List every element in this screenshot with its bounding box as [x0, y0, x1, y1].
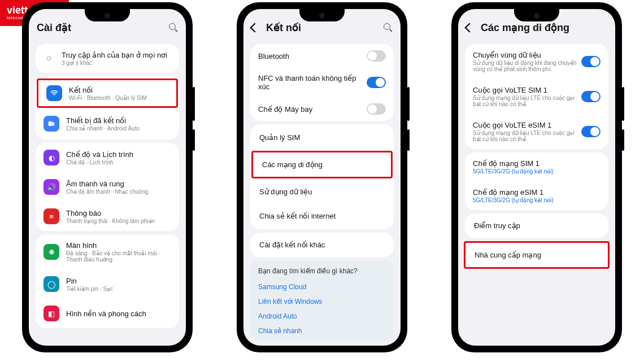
mode-row[interactable]: Chế độ mạng eSIM 15G/LTE/3G/2G (tự động …	[465, 181, 608, 210]
lightbulb-icon	[43, 53, 56, 65]
wifi-icon	[46, 85, 62, 101]
link-row[interactable]: Chia sẻ kết nối internet	[250, 204, 394, 228]
looking-for-title: Bạn đang tìm kiếm điều gì khác?	[258, 267, 386, 275]
sound-icon: 🔊	[43, 179, 59, 195]
highlight-box-2: Các mạng di động	[251, 151, 393, 178]
back-icon[interactable]	[250, 23, 260, 33]
display-icon: ✺	[43, 244, 59, 260]
mode-icon: ◐	[43, 150, 59, 165]
lookup-link[interactable]: Android Auto	[258, 309, 386, 324]
settings-row-connections[interactable]: Kết nối Wi-Fi · Bluetooth · Quản lý SIM	[38, 80, 176, 106]
toggle-row[interactable]: Chuyển vùng dữ liệuSử dụng dữ liệu di độ…	[465, 44, 608, 79]
toggle-row[interactable]: Bluetooth	[250, 44, 394, 68]
phone-frame-1: Cài đặt Truy cập ảnh của bạn ở mọi nơi 3…	[22, 2, 193, 352]
network-provider-row[interactable]: Nhà cung cấp mạng	[465, 243, 608, 267]
phone-frame-2: Kết nối BluetoothNFC và thanh toán không…	[237, 2, 407, 352]
other-settings-row[interactable]: Cài đặt kết nối khác	[250, 233, 394, 257]
toggle-switch[interactable]	[367, 77, 386, 88]
tip-card[interactable]: Truy cập ảnh của bạn ở mọi nơi 3 gợi ý k…	[36, 44, 179, 73]
header-title: Cài đặt	[37, 21, 169, 34]
toggle-switch[interactable]	[581, 91, 601, 102]
devices-icon	[43, 116, 59, 132]
toggle-switch[interactable]	[581, 56, 601, 67]
svg-rect-1	[51, 122, 54, 126]
toggle-switch[interactable]	[581, 126, 601, 137]
toggle-row[interactable]: Cuộc gọi VoLTE SIM 1Sử dụng mạng dữ liệu…	[465, 79, 608, 114]
lookup-link[interactable]: Samsung Cloud	[258, 280, 386, 294]
apn-row[interactable]: Điểm truy cập	[465, 213, 608, 238]
header-title: Kết nối	[266, 21, 384, 34]
notify-icon: ≡	[43, 208, 59, 224]
lookup-link[interactable]: Chia sẻ nhanh	[258, 324, 386, 338]
looking-for-section: Bạn đang tìm kiếm điều gì khác? Samsung …	[250, 260, 394, 341]
back-icon[interactable]	[465, 23, 475, 33]
search-icon[interactable]	[169, 23, 178, 32]
link-row[interactable]: Sử dụng dữ liệu	[250, 180, 394, 204]
settings-row[interactable]: ✺Màn hìnhĐộ sáng · Bảo vệ cho mắt thoải …	[36, 234, 179, 269]
toggle-row[interactable]: Cuộc gọi VoLTE eSIM 1Sử dụng mạng dữ liệ…	[465, 114, 608, 149]
link-row[interactable]: Các mạng di động	[253, 152, 391, 177]
phone-frame-3: Các mạng di động Chuyển vùng dữ liệuSử d…	[451, 2, 622, 352]
toggle-switch[interactable]	[367, 50, 386, 62]
settings-row[interactable]: 🔊Âm thanh và rungChế độ âm thanh · Nhạc …	[36, 172, 179, 202]
tip-sub: 3 gợi ý khác	[62, 60, 171, 66]
highlight-box-3: Nhà cung cấp mạng	[464, 241, 610, 269]
highlight-box-1: Kết nối Wi-Fi · Bluetooth · Quản lý SIM	[37, 78, 178, 108]
header-title: Các mạng di động	[481, 21, 607, 34]
toggle-row[interactable]: NFC và thanh toán không tiếp xúc	[250, 68, 394, 97]
settings-row-devices[interactable]: Thiết bị đã kết nối Chia sẻ nhanh · Andr…	[36, 109, 179, 138]
toggle-row[interactable]: Chế độ Máy bay	[250, 97, 394, 121]
wallpaper-icon: ◧	[43, 306, 59, 321]
mode-row[interactable]: Chế độ mạng SIM 15G/LTE/3G/2G (tự động k…	[465, 152, 608, 181]
search-icon[interactable]	[384, 23, 393, 32]
settings-row[interactable]: ◧Hình nền và phong cách	[36, 299, 179, 328]
settings-row[interactable]: ◐Chế độ và Lịch trìnhChế độ · Lịch trình	[36, 143, 179, 172]
settings-row[interactable]: ◯PinTiết kiệm pin · Sạc	[36, 269, 179, 299]
lookup-link[interactable]: Liên kết với Windows	[258, 294, 386, 309]
settings-row[interactable]: ≡Thông báoThanh trạng thái · Không làm p…	[36, 202, 179, 231]
toggle-switch[interactable]	[367, 103, 386, 115]
link-row[interactable]: Quản lý SIM	[250, 125, 394, 150]
tip-title: Truy cập ảnh của bạn ở mọi nơi	[62, 51, 171, 59]
battery-icon: ◯	[43, 276, 59, 292]
